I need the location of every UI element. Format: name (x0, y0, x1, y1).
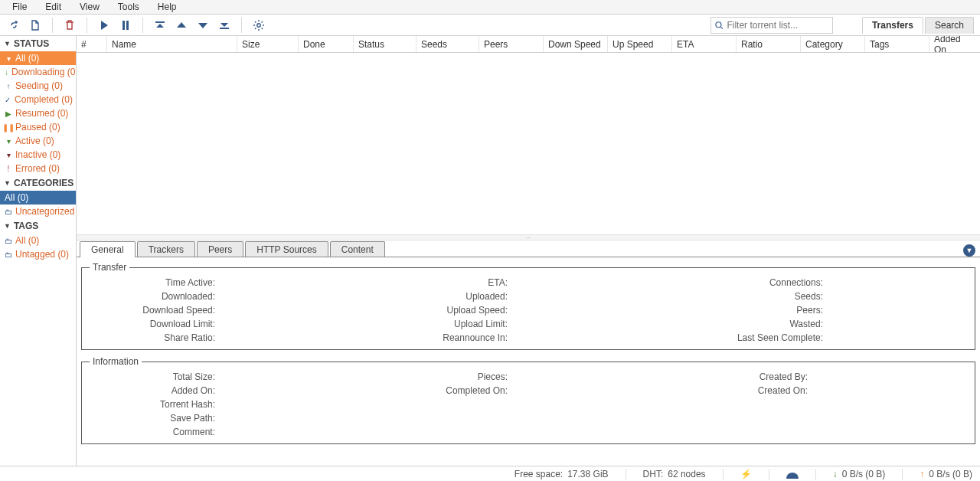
sidebar-section-status[interactable]: STATUS (0, 36, 76, 51)
tab-content[interactable]: Content (330, 241, 385, 257)
search-icon (714, 20, 724, 31)
sidebar-item-label: Uncategorized (0) (15, 206, 77, 217)
label-eta: ETA: (382, 277, 512, 288)
label-ulspeed: Upload Speed: (382, 305, 512, 316)
sidebar-item-downloading[interactable]: ↓Downloading (0) (0, 65, 76, 79)
label-save-path: Save Path: (90, 413, 220, 424)
move-down-button[interactable] (195, 18, 211, 33)
expand-details-button[interactable]: ▼ (963, 244, 975, 257)
sidebar-item-all[interactable]: ▾All (0) (0, 51, 76, 65)
sidebar-item-seeding[interactable]: ↑Seeding (0) (0, 79, 76, 93)
sidebar-item-label: Inactive (0) (15, 149, 60, 160)
label-share-ratio: Share Ratio: (90, 332, 220, 343)
label-added-on: Added On: (90, 385, 220, 396)
filter-box[interactable] (710, 17, 833, 34)
sidebar-item-untagged[interactable]: 🗀Untagged (0) (0, 247, 76, 261)
col-eta[interactable]: ETA (672, 36, 737, 52)
sidebar-item-label: Downloading (0) (11, 67, 77, 77)
col-downspeed[interactable]: Down Speed (544, 36, 608, 52)
label-seeds: Seeds: (675, 291, 828, 302)
tab-http-sources[interactable]: HTTP Sources (245, 241, 328, 257)
move-bottom-button[interactable] (217, 18, 232, 33)
col-category[interactable]: Category (801, 36, 865, 52)
sidebar-item-paused[interactable]: ❚❚Paused (0) (0, 120, 76, 134)
col-peers[interactable]: Peers (479, 36, 544, 52)
label-downloaded: Downloaded: (90, 291, 220, 302)
col-tags[interactable]: Tags (865, 36, 929, 52)
details-body: Transfer Time Active: ETA: Connections: … (77, 257, 980, 466)
col-status[interactable]: Status (354, 36, 416, 52)
filter-input[interactable] (727, 20, 829, 31)
delete-button[interactable] (62, 18, 77, 33)
add-link-button[interactable] (6, 18, 21, 33)
sidebar-item-tags-all[interactable]: 🗀All (0) (0, 234, 76, 247)
sidebar-item-inactive[interactable]: ▾Inactive (0) (0, 148, 76, 162)
col-num[interactable]: # (77, 36, 107, 52)
menu-file[interactable]: File (3, 0, 36, 14)
menu-edit[interactable]: Edit (36, 0, 70, 14)
sidebar-section-tags[interactable]: TAGS (0, 218, 76, 234)
status-ul-speed[interactable]: ↑ 0 B/s (0 B) (920, 469, 972, 479)
sidebar: STATUS ▾All (0) ↓Downloading (0) ↑Seedin… (0, 36, 77, 466)
status-free-space: Free space: 17.38 GiB (514, 469, 609, 479)
menu-tools[interactable]: Tools (109, 0, 149, 14)
ul-speed-value: 0 B/s (0 B) (929, 469, 972, 479)
menu-view[interactable]: View (70, 0, 109, 14)
tab-trackers[interactable]: Trackers (137, 241, 195, 257)
col-seeds[interactable]: Seeds (416, 36, 479, 52)
move-top-button[interactable] (152, 18, 168, 33)
sidebar-item-label: All (0) (15, 53, 39, 64)
down-arrow-icon: ↓ (833, 469, 838, 479)
tab-peers[interactable]: Peers (197, 241, 243, 257)
statusbar-separator (815, 469, 816, 479)
col-ratio[interactable]: Ratio (737, 36, 801, 52)
transfer-fieldset: Transfer Time Active: ETA: Connections: … (81, 262, 975, 350)
tab-general[interactable]: General (80, 241, 136, 257)
sidebar-item-uncategorized[interactable]: 🗀Uncategorized (0) (0, 205, 76, 218)
main: # Name Size Done Status Seeds Peers Down… (77, 36, 980, 466)
sidebar-item-errored[interactable]: !Errored (0) (0, 162, 76, 175)
pause-icon: ❚❚ (5, 123, 12, 131)
label-created-on: Created On: (675, 385, 812, 396)
label-torrent-hash: Torrent Hash: (90, 399, 220, 410)
add-file-button[interactable] (28, 18, 43, 33)
speedometer-icon (786, 470, 799, 479)
move-up-button[interactable] (174, 18, 189, 33)
col-addedon[interactable]: Added On (929, 36, 980, 52)
dl-speed-value: 0 B/s (0 B) (842, 469, 886, 479)
table-header: # Name Size Done Status Seeds Peers Down… (77, 36, 980, 53)
label-connections: Connections: (675, 277, 828, 288)
col-size[interactable]: Size (237, 36, 299, 52)
settings-button[interactable] (251, 18, 266, 33)
col-upspeed[interactable]: Up Speed (608, 36, 672, 52)
status-connection[interactable]: ⚡ (740, 469, 752, 479)
funnel-icon: ▾ (5, 137, 12, 145)
free-space-value: 17.38 GiB (567, 469, 608, 479)
resume-button[interactable] (96, 18, 112, 33)
funnel-icon: ▾ (5, 54, 12, 62)
status-alt-speed[interactable] (786, 470, 799, 479)
sidebar-item-resumed[interactable]: ▶Resumed (0) (0, 106, 76, 120)
tab-search[interactable]: Search (925, 17, 974, 34)
status-dl-speed[interactable]: ↓ 0 B/s (0 B) (833, 469, 886, 479)
information-legend: Information (90, 356, 142, 367)
tabs-top: Transfers Search (862, 17, 974, 34)
label-created-by: Created By: (675, 371, 812, 382)
sidebar-item-categories-all[interactable]: All (0) (0, 191, 76, 205)
col-name[interactable]: Name (107, 36, 237, 52)
tab-transfers[interactable]: Transfers (862, 17, 923, 34)
horizontal-splitter[interactable]: ··· (77, 234, 980, 240)
sidebar-item-label: Errored (0) (15, 163, 60, 174)
folder-icon: 🗀 (5, 208, 12, 215)
play-icon: ▶ (5, 110, 12, 117)
label-reannounce: Reannounce In: (382, 332, 512, 343)
menu-help[interactable]: Help (149, 0, 186, 14)
plug-icon: ⚡ (740, 469, 752, 479)
label-total-size: Total Size: (90, 371, 220, 382)
funnel-icon: ▾ (5, 151, 12, 159)
sidebar-item-active[interactable]: ▾Active (0) (0, 134, 76, 148)
col-done[interactable]: Done (299, 36, 354, 52)
sidebar-item-completed[interactable]: ✓Completed (0) (0, 93, 76, 106)
pause-button[interactable] (118, 18, 133, 33)
sidebar-section-categories[interactable]: CATEGORIES (0, 175, 76, 191)
